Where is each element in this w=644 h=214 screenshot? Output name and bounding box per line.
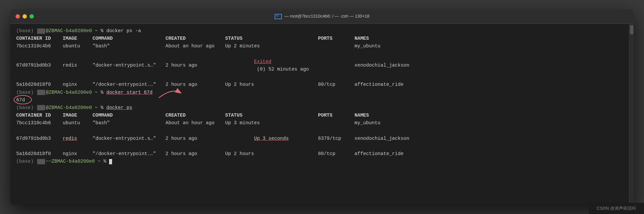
scrollbar[interactable]	[629, 24, 634, 205]
close-button[interactable]	[16, 14, 20, 19]
table1-row-3: 5a16d20d18f0 nginx "/docker-entrypoint.……	[16, 81, 623, 88]
traffic-lights	[16, 14, 34, 19]
table2-row-2: 67d9791bd0b3 redis "docker-entrypoint.s……	[16, 127, 623, 150]
up-3-seconds: Up 3 seconds	[254, 136, 289, 141]
window-title: — root@7bcc1310c4b6: / — -zsh — 130×18	[275, 14, 369, 19]
command-line-3: (base) ████ @ZBMAC-b4a0200e0 ~ % docker …	[16, 104, 623, 112]
footer-text: CSDN @涛声依旧叫	[597, 206, 636, 211]
terminal-cursor	[109, 159, 112, 164]
output-67d: 67d	[16, 96, 623, 104]
scrollbar-thumb[interactable]	[630, 25, 633, 34]
footer-bar: CSDN @涛声依旧叫	[589, 203, 644, 214]
terminal-window: — root@7bcc1310c4b6: / — -zsh — 130×18 (…	[10, 9, 634, 205]
exited-status: Exited	[254, 59, 271, 64]
table2-header: CONTAINER ID IMAGE COMMAND CREATED STATU…	[16, 112, 623, 119]
final-prompt: (base) ████ ~~ZBMAC-b4a0200e0 ~ %	[16, 158, 623, 165]
command-line-2: (base) ████ @ZBMAC-b4a0200e0 ~ % docker …	[16, 89, 623, 96]
table2-row-3: 5a16d20d18f0 nginx "/docker-entrypoint.……	[16, 150, 623, 158]
table2-row-1: 7bcc1310c4b6 ubuntu "bash" About an hour…	[16, 119, 623, 127]
terminal-body[interactable]: (base) ████ @ZBMAC-b4a0200e0 ~ % docker …	[10, 24, 629, 205]
table1-row-2: 67d9791bd0b3 redis "docker-entrypoint.s……	[16, 50, 623, 81]
maximize-button[interactable]	[30, 14, 34, 19]
command-line-1: (base) ████ @ZBMAC-b4a0200e0 ~ % docker …	[16, 27, 623, 35]
table1-row-1: 7bcc1310c4b6 ubuntu "bash" About an hour…	[16, 42, 623, 50]
titlebar: — root@7bcc1310c4b6: / — -zsh — 130×18	[10, 9, 634, 24]
minimize-button[interactable]	[23, 14, 27, 19]
table1-header: CONTAINER ID IMAGE COMMAND CREATED STATU…	[16, 35, 623, 42]
